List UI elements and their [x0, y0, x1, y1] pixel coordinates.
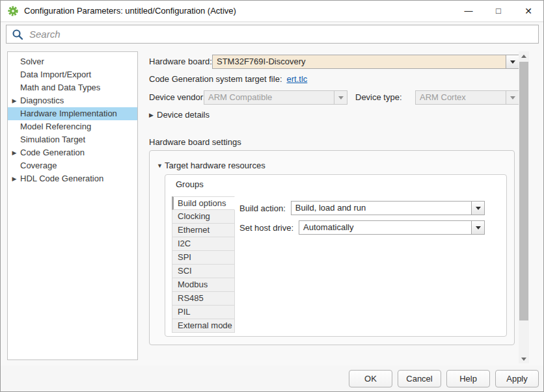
minimize-button[interactable]: — — [454, 1, 483, 21]
group-item-i2c[interactable]: I2C — [172, 237, 235, 251]
search-bar — [6, 25, 539, 44]
chevron-right-icon: ▶ — [149, 112, 157, 118]
scroll-up-button[interactable] — [519, 51, 529, 60]
hardware-board-combo[interactable]: STM32F769I-Discovery — [212, 55, 519, 69]
group-item-rs485[interactable]: RS485 — [172, 292, 235, 306]
help-button[interactable]: Help — [446, 370, 490, 387]
device-details-label: Device details — [157, 110, 210, 120]
groups-list: Build optionsClockingEthernetI2CSPISCIMo… — [172, 196, 235, 333]
device-type-dropdown-button — [506, 91, 519, 104]
group-item-pil[interactable]: PIL — [172, 306, 235, 319]
device-vendor-combo: ARM Compatible — [204, 90, 347, 105]
close-button[interactable]: ✕ — [513, 1, 543, 21]
chevron-down-icon — [476, 207, 481, 210]
search-icon — [12, 29, 23, 40]
build-action-value: Build, load and run — [292, 202, 471, 215]
sidebar-item-solver[interactable]: Solver — [8, 55, 137, 68]
cancel-button[interactable]: Cancel — [398, 370, 441, 387]
group-item-ethernet[interactable]: Ethernet — [172, 224, 235, 237]
target-hardware-resources-panel: Groups Build optionsClockingEthernetI2CS… — [165, 174, 507, 337]
device-type-combo: ARM Cortex — [415, 90, 519, 105]
build-action-row: Build action:Build, load and run — [239, 201, 485, 215]
sidebar-item-label: Code Generation — [20, 148, 85, 157]
scrollbar-thumb[interactable] — [519, 62, 528, 320]
device-details-expander[interactable]: ▶Device details — [149, 110, 210, 120]
build-action-label: Build action: — [239, 203, 286, 213]
target-file-label: Code Generation system target file: — [149, 74, 282, 84]
groups-label: Groups — [176, 179, 204, 189]
chevron-down-icon — [338, 96, 344, 99]
sidebar-item-label: Solver — [20, 57, 44, 66]
chevron-down-icon — [510, 96, 515, 99]
sidebar-item-label: Coverage — [20, 161, 57, 170]
build-action-combo[interactable]: Build, load and run — [291, 201, 485, 215]
simulink-settings-icon — [7, 5, 19, 17]
sidebar-item-hardware-implementation[interactable]: Hardware Implementation — [8, 107, 137, 120]
maximize-button[interactable]: □ — [483, 1, 513, 21]
set-host-drive-combo[interactable]: Automatically — [299, 220, 485, 235]
set-host-drive-label: Set host drive: — [239, 223, 293, 233]
build-action-dropdown-button[interactable] — [471, 202, 484, 215]
sidebar-item-label: Math and Data Types — [20, 83, 100, 92]
device-vendor-label: Device vendor: — [149, 92, 206, 102]
chevron-down-icon — [521, 358, 526, 361]
hardware-board-value: STM32F769I-Discovery — [213, 55, 506, 68]
board-settings-title: Hardware board settings — [149, 137, 241, 147]
device-vendor-value: ARM Compatible — [204, 91, 334, 104]
chevron-down-icon — [476, 226, 481, 229]
group-item-build-options[interactable]: Build options — [172, 196, 235, 210]
sidebar-item-label: Hardware Implementation — [20, 109, 117, 118]
sidebar-item-data-import-export[interactable]: Data Import/Export — [8, 68, 137, 81]
target-file-link[interactable]: ert.tlc — [287, 74, 308, 84]
sidebar-item-hdl-code-generation[interactable]: ▶HDL Code Generation — [8, 172, 137, 185]
sidebar-item-label: Diagnostics — [20, 96, 64, 105]
group-item-modbus[interactable]: Modbus — [172, 278, 235, 292]
sidebar-item-model-referencing[interactable]: Model Referencing — [8, 120, 137, 133]
sidebar-item-label: Model Referencing — [20, 122, 91, 131]
set-host-drive-value: Automatically — [299, 221, 471, 234]
chevron-right-icon: ▶ — [10, 172, 19, 185]
set-host-drive-row: Set host drive:Automatically — [239, 220, 485, 235]
target-hardware-resources-label: Target hardware resources — [165, 161, 265, 170]
apply-button[interactable]: Apply — [495, 370, 539, 387]
chevron-right-icon: ▶ — [10, 94, 19, 107]
sidebar-item-code-generation[interactable]: ▶Code Generation — [8, 146, 137, 159]
sidebar-item-diagnostics[interactable]: ▶Diagnostics — [8, 94, 137, 107]
window-title: Configuration Parameters: untitled/Confi… — [24, 1, 236, 21]
device-type-value: ARM Cortex — [416, 91, 506, 104]
chevron-up-icon — [521, 55, 526, 58]
sidebar-item-label: HDL Code Generation — [20, 174, 103, 183]
target-hardware-resources-expander[interactable]: ▼Target hardware resources — [157, 161, 265, 170]
title-bar: Configuration Parameters: untitled/Confi… — [1, 1, 543, 22]
vertical-scrollbar[interactable] — [519, 51, 529, 363]
group-item-external-mode[interactable]: External mode — [172, 319, 235, 333]
chevron-down-icon — [510, 60, 515, 64]
device-type-label: Device type: — [355, 92, 402, 102]
sidebar-item-label: Simulation Target — [20, 135, 85, 144]
group-item-spi[interactable]: SPI — [172, 251, 235, 265]
sidebar-item-label: Data Import/Export — [20, 70, 91, 79]
footer-button-bar: OKCancelHelpApply — [1, 365, 543, 391]
group-item-sci[interactable]: SCI — [172, 265, 235, 278]
window-controls: — □ ✕ — [454, 1, 543, 21]
set-host-drive-dropdown-button[interactable] — [471, 221, 484, 234]
group-item-clocking[interactable]: Clocking — [172, 210, 235, 224]
ok-button[interactable]: OK — [349, 370, 392, 387]
sidebar-item-math-and-data-types[interactable]: Math and Data Types — [8, 81, 137, 94]
chevron-down-icon: ▼ — [157, 163, 165, 169]
sidebar-item-coverage[interactable]: Coverage — [8, 159, 137, 172]
hardware-board-label: Hardware board: — [149, 57, 212, 66]
target-file-row: Code Generation system target file:ert.t… — [149, 74, 307, 84]
hardware-board-dropdown-button[interactable] — [506, 55, 519, 68]
chevron-right-icon: ▶ — [10, 146, 19, 159]
sidebar-tree: SolverData Import/ExportMath and Data Ty… — [7, 51, 138, 360]
search-input[interactable] — [28, 28, 533, 40]
sidebar-item-simulation-target[interactable]: Simulation Target — [8, 133, 137, 146]
group-settings: Build action:Build, load and runSet host… — [239, 201, 485, 240]
scroll-down-button[interactable] — [519, 354, 529, 363]
device-vendor-dropdown-button — [334, 91, 347, 104]
configuration-parameters-dialog: Configuration Parameters: untitled/Confi… — [0, 0, 544, 392]
